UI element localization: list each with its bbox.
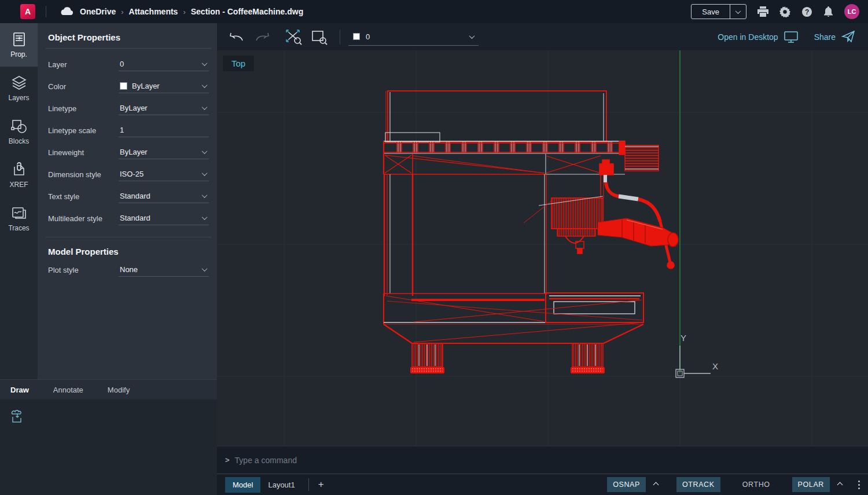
osnap-toggle[interactable]: OSNAP xyxy=(607,477,646,492)
xref-icon xyxy=(12,162,27,177)
layer-selector[interactable]: 0 xyxy=(348,28,479,46)
chevron-down-icon xyxy=(202,170,208,176)
layers-icon xyxy=(11,75,27,90)
chevron-down-icon xyxy=(735,8,741,14)
redo-button[interactable] xyxy=(255,32,270,42)
ucs-icon xyxy=(676,346,711,377)
rail-item-xref[interactable]: XREF xyxy=(0,153,38,197)
tab-annotate[interactable]: Annotate xyxy=(53,386,83,394)
rail-item-label: Blocks xyxy=(9,137,29,145)
save-dropdown-button[interactable] xyxy=(730,5,746,19)
breadcrumb-separator: › xyxy=(121,8,123,16)
desktop-monitor-icon xyxy=(784,31,798,43)
tab-draw[interactable]: Draw xyxy=(10,386,29,394)
user-avatar[interactable]: LC xyxy=(844,4,859,19)
chevron-down-icon xyxy=(202,60,208,66)
dimension-style-dropdown[interactable]: ISO-25 xyxy=(119,170,209,181)
property-row-linetype: Linetype ByLayer xyxy=(48,101,209,115)
input-value: 1 xyxy=(120,126,208,134)
autocad-logo[interactable]: A xyxy=(20,4,35,19)
properties-icon xyxy=(12,32,27,47)
zoom-extents-button[interactable] xyxy=(285,29,303,45)
ribbon-tool-area xyxy=(0,399,217,495)
notifications-bell-icon[interactable] xyxy=(823,6,833,17)
layer-dropdown[interactable]: 0 xyxy=(119,60,209,71)
color-dropdown[interactable]: ByLayer xyxy=(119,82,209,93)
command-prompt-icon: > xyxy=(225,456,230,464)
dropdown-value: None xyxy=(120,265,198,274)
open-in-desktop-label: Open in Desktop xyxy=(718,32,778,42)
property-row-lineweight: Lineweight ByLayer xyxy=(48,145,209,159)
property-row-linetype-scale: Linetype scale 1 xyxy=(48,123,209,137)
dropdown-value: ByLayer xyxy=(120,104,198,112)
lineweight-dropdown[interactable]: ByLayer xyxy=(119,148,209,159)
rail-item-blocks[interactable]: Blocks xyxy=(0,110,38,153)
onedrive-cloud-icon xyxy=(59,6,74,17)
drawing-canvas[interactable]: Y X Top xyxy=(217,50,868,446)
chevron-down-icon xyxy=(202,148,208,154)
insert-block-cloud-icon[interactable] xyxy=(9,409,27,426)
property-label: Linetype scale xyxy=(48,126,119,137)
settings-gear-icon[interactable] xyxy=(779,6,790,17)
property-row-layer: Layer 0 xyxy=(48,57,209,71)
tab-layout1[interactable]: Layout1 xyxy=(260,477,302,493)
breadcrumb-filename: Section - CoffeeMachine.dwg xyxy=(191,7,303,16)
property-row-multileader-style: Multileader style Standard xyxy=(48,211,209,225)
ribbon-tab-bar: Draw Annotate Modify xyxy=(0,379,217,399)
blocks-icon xyxy=(11,119,27,134)
linetype-dropdown[interactable]: ByLayer xyxy=(119,104,209,115)
open-in-desktop-button[interactable]: Open in Desktop xyxy=(718,31,797,43)
plot-style-dropdown[interactable]: None xyxy=(119,265,209,277)
properties-panel: Object Properties Layer 0 Color By xyxy=(38,23,217,379)
rail-item-layers[interactable]: Layers xyxy=(0,67,38,110)
chevron-down-icon xyxy=(202,192,208,198)
rail-item-traces[interactable]: Traces xyxy=(0,197,38,240)
traces-icon xyxy=(11,206,27,221)
save-button[interactable]: Save xyxy=(692,5,730,19)
property-row-color: Color ByLayer xyxy=(48,79,209,93)
polar-menu-chevron-up-icon[interactable] xyxy=(836,483,844,487)
share-button[interactable]: Share xyxy=(814,31,855,43)
model-properties-title: Model Properties xyxy=(48,237,209,262)
breadcrumb-onedrive[interactable]: OneDrive xyxy=(80,7,116,16)
property-label: Text style xyxy=(48,192,119,203)
dropdown-value: ByLayer xyxy=(132,82,198,90)
chevron-down-icon xyxy=(202,266,208,272)
property-row-plot-style: Plot style None xyxy=(48,262,209,277)
rail-item-properties[interactable]: Prop. xyxy=(0,23,38,67)
chevron-down-icon xyxy=(469,33,475,39)
property-label: Linetype xyxy=(48,104,119,115)
property-label: Dimension style xyxy=(48,170,119,181)
canvas-toolbar: 0 Open in Desktop Share xyxy=(217,23,868,50)
dropdown-value: ByLayer xyxy=(120,148,198,156)
breadcrumb-attachments[interactable]: Attachments xyxy=(129,7,178,16)
ucs-x-label: X xyxy=(712,361,718,371)
undo-button[interactable] xyxy=(229,32,244,42)
share-label: Share xyxy=(814,32,836,42)
tab-modify[interactable]: Modify xyxy=(108,386,130,394)
send-paper-plane-icon xyxy=(841,31,855,43)
layout-tab-bar: Model Layout1 + OSNAP OTRACK ORTHO POLAR xyxy=(217,474,868,495)
view-cube-badge[interactable]: Top xyxy=(223,56,254,71)
help-icon[interactable]: ? xyxy=(801,6,812,17)
otrack-toggle[interactable]: OTRACK xyxy=(676,477,720,492)
dropdown-value: Standard xyxy=(120,192,198,200)
rail-item-label: Layers xyxy=(8,94,29,102)
multileader-style-dropdown[interactable]: Standard xyxy=(119,214,209,225)
add-layout-button[interactable]: + xyxy=(315,479,328,490)
chevron-down-icon xyxy=(202,104,208,110)
command-input-placeholder: Type a command xyxy=(235,456,297,465)
overflow-menu-icon[interactable] xyxy=(858,481,860,489)
property-label: Multileader style xyxy=(48,214,119,225)
linetype-scale-input[interactable]: 1 xyxy=(119,126,209,137)
ortho-toggle[interactable]: ORTHO xyxy=(737,477,776,492)
zoom-window-button[interactable] xyxy=(311,29,328,45)
rail-item-label: Traces xyxy=(8,224,29,232)
polar-toggle[interactable]: POLAR xyxy=(792,477,830,492)
dropdown-value: ISO-25 xyxy=(120,170,198,178)
text-style-dropdown[interactable]: Standard xyxy=(119,192,209,203)
osnap-menu-chevron-up-icon[interactable] xyxy=(652,483,660,487)
command-line[interactable]: > Type a command xyxy=(217,446,868,474)
print-icon[interactable] xyxy=(757,6,768,17)
tab-model[interactable]: Model xyxy=(225,477,260,493)
